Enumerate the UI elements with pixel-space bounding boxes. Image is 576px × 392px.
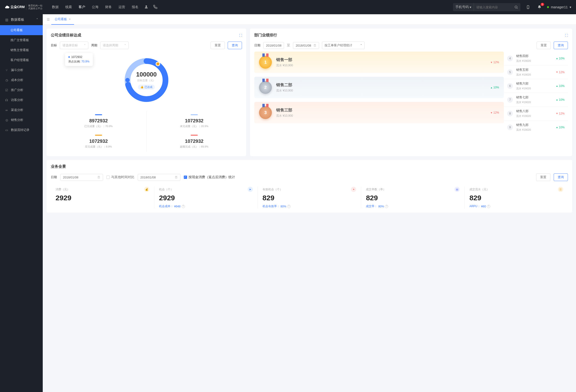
sidebar-item-6[interactable]: ▭数据流转记录 bbox=[0, 125, 43, 135]
arrow-up-icon: ▲ bbox=[556, 85, 558, 87]
target-select[interactable]: 请选择目标˅ bbox=[60, 42, 88, 49]
help-icon[interactable]: ? bbox=[287, 205, 291, 208]
stat-item: 1072932超额完成（元）|89.9% bbox=[146, 131, 242, 152]
nav-icon: ∞ bbox=[5, 108, 8, 112]
chevron-down-icon: ˅ bbox=[84, 44, 86, 47]
reset-button[interactable]: 重置 bbox=[536, 173, 550, 181]
bell-icon[interactable]: 5 bbox=[536, 3, 543, 11]
period-label: 周期 bbox=[91, 43, 97, 48]
phone-icon[interactable] bbox=[153, 5, 157, 10]
topnav-item-0[interactable]: 数据 bbox=[52, 5, 59, 9]
medal-icon: 2 bbox=[259, 81, 272, 94]
expand-icon[interactable]: ⛶ bbox=[565, 34, 568, 37]
chevron-down-icon: ˅ bbox=[360, 44, 362, 47]
sidebar-item-3[interactable]: ☊访客分析 bbox=[0, 95, 43, 105]
topnav-item-4[interactable]: 财务 bbox=[105, 5, 112, 9]
query-button[interactable]: 查询 bbox=[228, 42, 242, 49]
period-select[interactable]: 请选择周期˅ bbox=[100, 42, 129, 49]
nav-icon: ▭ bbox=[5, 128, 8, 132]
tab-company-dashboard[interactable]: 公司看板 × bbox=[51, 14, 74, 25]
arrow-down-icon: ▼ bbox=[556, 71, 558, 73]
chevron-down-icon: ˅ bbox=[124, 44, 126, 47]
help-icon[interactable]: ? bbox=[487, 205, 490, 208]
topnav-item-5[interactable]: 运营 bbox=[118, 5, 125, 9]
checkbox-icon bbox=[106, 176, 110, 179]
arrow-down-icon: ▼ bbox=[490, 111, 493, 114]
search-category-select[interactable]: 手机号码 ▾ bbox=[453, 3, 474, 11]
stat-item: 8972932已完成量（元）|70.9% bbox=[51, 111, 146, 131]
kpi-icon: ▤ bbox=[455, 187, 460, 192]
kpi-icon: ☰ bbox=[558, 187, 563, 192]
cloud-icon bbox=[5, 5, 9, 9]
sidebar-item-1[interactable]: ◷成本分析 bbox=[0, 75, 43, 85]
target-card: 公司业绩目标达成 ⛶ 目标 请选择目标˅ 周期 请选择周期˅ 重置 查询 bbox=[47, 29, 246, 156]
chevron-down-icon: ▾ bbox=[570, 5, 571, 9]
svg-point-0 bbox=[145, 5, 147, 7]
logo-mark: 云朵CRM bbox=[5, 5, 25, 9]
gauge-label: 目标总量（元） bbox=[137, 79, 155, 82]
topnav-item-2[interactable]: 客户 bbox=[79, 5, 85, 9]
kpi-item: 成交流水（元）☰829ARPU：¥80? bbox=[465, 187, 568, 208]
kpi-icon: ➤ bbox=[248, 187, 253, 192]
date-label: 日期 bbox=[51, 175, 57, 179]
target-label: 目标 bbox=[51, 43, 57, 48]
date-to-input[interactable]: 2018/01/08🗓 bbox=[293, 42, 319, 49]
kpi-icon: ✦ bbox=[351, 187, 356, 192]
topnav-item-1[interactable]: 线索 bbox=[65, 5, 72, 9]
sidebar-item-4[interactable]: ∞渠道分析 bbox=[0, 105, 43, 115]
kpi-icon: 💰 bbox=[144, 187, 149, 192]
calendar-icon: 🗓 bbox=[175, 176, 178, 179]
sidebar-group-dashboard[interactable]: ▥ 数据看板 ˄ bbox=[0, 14, 43, 25]
mode-select[interactable]: 按工单客户经理统计˅ bbox=[322, 42, 365, 49]
rank-card-1: 1销售一部流水 ¥10,900▼12% bbox=[254, 52, 504, 73]
rank-row: 6销售六部流水 ¥19020▲10% bbox=[504, 79, 568, 93]
topnav-item-3[interactable]: 公海 bbox=[92, 5, 99, 9]
sidebar-item-5[interactable]: ◎销售分析 bbox=[0, 115, 43, 125]
date1-input[interactable]: 2018/01/08🗓 bbox=[60, 174, 103, 181]
reset-button[interactable]: 重置 bbox=[211, 42, 225, 49]
overview-title: 业务全景 bbox=[51, 164, 568, 169]
logo: 云朵CRM 教育机构一站 式服务云平台 bbox=[5, 4, 42, 10]
main: ☰ 公司看板 × 公司业绩目标达成 ⛶ 目标 请选择目标˅ 周期 bbox=[43, 14, 576, 392]
date-from-input[interactable]: 2018/01/08 bbox=[263, 42, 284, 49]
target-title: 公司业绩目标达成 bbox=[51, 33, 81, 38]
search-input[interactable] bbox=[474, 3, 512, 11]
arrow-down-icon: ▼ bbox=[556, 112, 558, 115]
help-icon[interactable]: ? bbox=[385, 205, 388, 208]
help-icon[interactable]: ? bbox=[182, 205, 185, 208]
sidebar-item-0[interactable]: ⑂漏斗分析 bbox=[0, 65, 43, 75]
cash-checkbox[interactable]: 按现金消费（返点后消费）统计 bbox=[184, 175, 235, 179]
search-button[interactable] bbox=[512, 3, 520, 11]
calendar-icon: 🗓 bbox=[314, 44, 317, 47]
achieved-badge: 👍 已达成 bbox=[138, 85, 155, 90]
rank-card-3: 3销售三部流水 ¥10,900▼12% bbox=[254, 102, 504, 123]
close-icon[interactable]: × bbox=[69, 17, 71, 21]
device-icon[interactable] bbox=[524, 3, 532, 11]
sidebar-subitem-1[interactable]: 推广主管看板 bbox=[0, 35, 43, 45]
top-nav: 云朵CRM 教育机构一站 式服务云平台 数据线索客户公海财务运营报名 手机号码 … bbox=[0, 0, 576, 14]
rank-row: 4销售四部流水 ¥19020▲10% bbox=[504, 52, 568, 65]
query-button[interactable]: 查询 bbox=[554, 173, 568, 181]
expand-icon[interactable]: ⛶ bbox=[239, 34, 242, 37]
arrow-up-icon: ▲ bbox=[556, 126, 558, 128]
stat-bar-icon bbox=[95, 135, 102, 136]
menu-icon[interactable]: ☰ bbox=[45, 18, 51, 21]
sidebar-subitem-3[interactable]: 客户经理看板 bbox=[0, 55, 43, 65]
brand-sub: 教育机构一站 式服务云平台 bbox=[26, 4, 42, 10]
date-label: 日期 bbox=[254, 43, 260, 48]
sidebar-subitem-2[interactable]: 销售主管看板 bbox=[0, 45, 43, 55]
date2-input[interactable]: 2018/01/08🗓 bbox=[138, 174, 180, 181]
reset-button[interactable]: 重置 bbox=[537, 42, 551, 49]
sidebar-item-2[interactable]: ☑推广分析 bbox=[0, 85, 43, 95]
sidebar-subitem-0[interactable]: 公司看板 bbox=[0, 25, 43, 35]
compare-checkbox[interactable]: 与其他时间对比 bbox=[106, 175, 134, 179]
user-icon[interactable] bbox=[144, 5, 148, 10]
stat-item: 1072932应完成量（元）|8.9% bbox=[51, 131, 146, 152]
chevron-down-icon: ▾ bbox=[470, 5, 471, 9]
rank-number: 4 bbox=[507, 56, 513, 61]
chevron-up-icon: ˄ bbox=[36, 18, 38, 22]
user-menu[interactable]: manager11 ▾ bbox=[547, 5, 571, 9]
query-button[interactable]: 查询 bbox=[554, 42, 568, 49]
tab-bar: ☰ 公司看板 × bbox=[43, 14, 576, 25]
topnav-item-6[interactable]: 报名 bbox=[132, 5, 138, 9]
